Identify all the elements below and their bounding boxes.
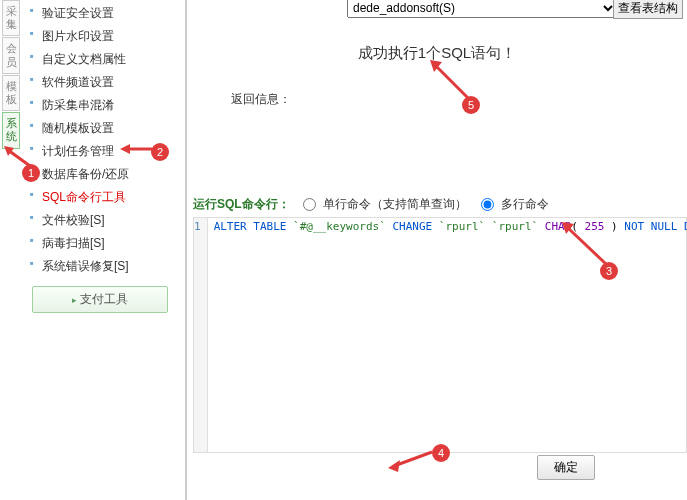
sql-code-area[interactable]: 1 ALTER TABLE `#@__keywords` CHANGE `rpu… xyxy=(193,217,687,453)
left-tab-3[interactable]: 系 统 xyxy=(2,112,20,148)
main-panel: dede_addonsoft(S) 查看表结构 成功执行1个SQL语句！ 返回信… xyxy=(185,0,687,500)
sidebar-menu: 验证安全设置图片水印设置自定义文档属性软件频道设置防采集串混淆随机模板设置计划任… xyxy=(24,0,176,280)
left-tab-0[interactable]: 采 集 xyxy=(2,0,20,36)
table-select[interactable]: dede_addonsoft(S) xyxy=(347,0,617,18)
sidebar-item-1[interactable]: 图片水印设置 xyxy=(24,25,176,48)
left-tab-1[interactable]: 会 员 xyxy=(2,37,20,73)
radio-multi[interactable] xyxy=(481,198,494,211)
sidebar-item-2[interactable]: 自定义文档属性 xyxy=(24,48,176,71)
sidebar-item-7[interactable]: 数据库备份/还原 xyxy=(24,163,176,186)
sidebar-item-10[interactable]: 病毒扫描[S] xyxy=(24,232,176,255)
radio-multi-label[interactable]: 多行命令 xyxy=(501,197,549,211)
table-select-wrap: dede_addonsoft(S) xyxy=(347,0,617,18)
sql-run-row: 运行SQL命令行： 单行命令（支持简单查询） 多行命令 xyxy=(193,196,687,213)
sidebar-item-5[interactable]: 随机模板设置 xyxy=(24,117,176,140)
code-gutter: 1 xyxy=(194,218,208,452)
sidebar-item-3[interactable]: 软件频道设置 xyxy=(24,71,176,94)
pay-tool-button[interactable]: 支付工具 xyxy=(32,286,168,313)
submit-button[interactable]: 确定 xyxy=(537,455,595,480)
sidebar-item-0[interactable]: 验证安全设置 xyxy=(24,2,176,25)
sidebar-item-4[interactable]: 防采集串混淆 xyxy=(24,94,176,117)
left-tab-2[interactable]: 模 板 xyxy=(2,75,20,111)
code-content[interactable]: ALTER TABLE `#@__keywords` CHANGE `rpurl… xyxy=(208,218,687,452)
return-info-label: 返回信息： xyxy=(231,91,687,108)
sidebar-item-9[interactable]: 文件校验[S] xyxy=(24,209,176,232)
radio-single[interactable] xyxy=(303,198,316,211)
success-message: 成功执行1个SQL语句！ xyxy=(187,44,687,63)
radio-single-label[interactable]: 单行命令（支持简单查询） xyxy=(323,197,467,211)
sidebar-item-8[interactable]: SQL命令行工具 xyxy=(24,186,176,209)
sidebar: 验证安全设置图片水印设置自定义文档属性软件频道设置防采集串混淆随机模板设置计划任… xyxy=(24,0,176,319)
sidebar-item-6[interactable]: 计划任务管理 xyxy=(24,140,176,163)
view-structure-button[interactable]: 查看表结构 xyxy=(613,0,683,19)
left-tab-strip: 采 集会 员模 板系 统 xyxy=(2,0,20,150)
sql-run-label: 运行SQL命令行： xyxy=(193,197,290,211)
sidebar-item-11[interactable]: 系统错误修复[S] xyxy=(24,255,176,278)
